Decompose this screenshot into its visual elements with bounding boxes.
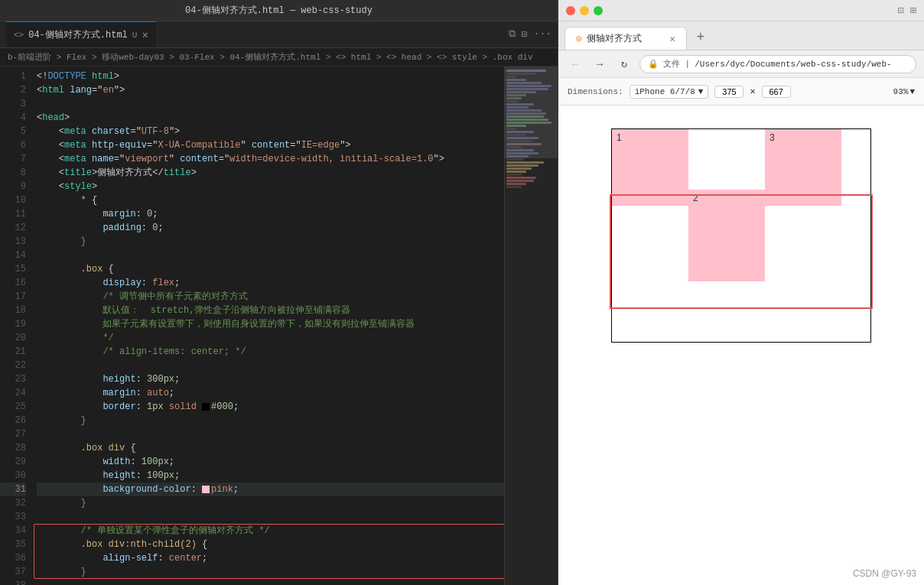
code-line-24: margin: auto; (37, 386, 504, 400)
code-line-11: margin: 0; (37, 207, 504, 221)
code-line-17: /* 调节侧中所有子元素的对齐方式 (37, 290, 504, 304)
code-line-25: border: 1px solid #000; (37, 400, 504, 414)
code-line-18: 默认值： stretch,弹性盒子沿侧轴方向被拉伸至铺满容器 (37, 304, 504, 317)
device-selector[interactable]: iPhone 6/7/8 ▼ (630, 85, 709, 99)
csdn-watermark: CSDN @GY-93 (853, 568, 916, 579)
minimize-button[interactable] (580, 6, 589, 15)
code-line-3 (37, 97, 504, 111)
code-line-4: <head> (37, 111, 504, 125)
code-line-26: } (37, 414, 504, 427)
browser-title-bar (558, 0, 924, 21)
minimap-viewport (505, 67, 558, 158)
code-line-9: <style> (37, 180, 504, 193)
code-line-7: <meta name="viewport" content="width=dev… (37, 152, 504, 166)
code-line-22 (37, 359, 504, 372)
browser-tab-bar: ⊙ 侧轴对齐方式 ✕ + (558, 21, 924, 50)
tab-close-button[interactable]: ✕ (142, 28, 148, 41)
new-tab-button[interactable]: + (690, 27, 711, 48)
code-line-19: 如果子元素有设置带下，则使用自身设置的带下，如果没有则拉伸至铺满容器 (37, 317, 504, 331)
code-area[interactable]: 12345 678910 1112131415 1617181920 21222… (0, 67, 558, 585)
tab-label: 04-侧轴对齐方式.html (28, 28, 128, 41)
dimension-separator: ✕ (750, 86, 755, 97)
code-line-12: padding: 0; (37, 221, 504, 235)
height-input[interactable] (762, 86, 791, 98)
flex-container: 1 2 3 (611, 128, 871, 343)
code-line-2: <html lang="en"> (37, 83, 504, 97)
device-name: iPhone 6/7/8 (635, 87, 695, 96)
code-line-38 (37, 579, 504, 585)
browser-panel: ⊙ 侧轴对齐方式 ✕ + ← → ↻ 🔒 文件 | /Users/dyc/Doc… (558, 0, 924, 585)
code-line-16: display: flex; (37, 276, 504, 290)
child-2-label: 2 (693, 193, 698, 203)
zoom-label: 93% (893, 87, 909, 96)
code-line-1: <!DOCTYPE html> (37, 70, 504, 83)
code-line-10: * { (37, 193, 504, 207)
child-3-label: 3 (769, 132, 775, 143)
line-numbers: 12345 678910 1112131415 1617181920 21222… (0, 67, 34, 585)
editor-title-bar: 04-侧轴对齐方式.html — web-css-study ⊡ ⊞ (0, 0, 558, 21)
code-line-33 (37, 510, 504, 524)
width-input[interactable] (714, 86, 743, 98)
window-icon-1[interactable]: ⊡ (897, 4, 903, 17)
code-line-32: } (37, 496, 504, 510)
code-line-37: } (37, 565, 504, 579)
breadcrumb-text: b-前端进阶 > Flex > 移动web-day03 > 03-Flex > … (8, 51, 533, 63)
maximize-button[interactable] (594, 6, 603, 15)
red-highlight-section: /* 单独设置某个弹性盒子的侧轴对齐方式 */ .box div:nth-chi… (37, 524, 504, 579)
code-line-31: background-color: pink; (37, 483, 504, 496)
split-editor-icon[interactable]: ⧉ (509, 28, 516, 41)
editor-title: 04-侧轴对齐方式.html — web-css-study (185, 4, 373, 17)
code-line-13: } (37, 235, 504, 249)
code-line-23: height: 300px; (37, 372, 504, 386)
flex-child-2: 2 (688, 190, 765, 281)
tab-toolbar: ⧉ ⊟ ··· (509, 28, 551, 41)
tab-icon: <> (14, 31, 24, 40)
lock-icon: 🔒 (648, 59, 659, 69)
more-icon[interactable]: ··· (534, 28, 551, 41)
browser-tab-favicon: ⊙ (576, 33, 582, 45)
zoom-dropdown-icon: ▼ (909, 87, 915, 96)
demo-container: 1 2 3 (611, 128, 871, 570)
editor-panel: 04-侧轴对齐方式.html — web-css-study ⊡ ⊞ <> 04… (0, 0, 558, 585)
device-toolbar: Dimensions: iPhone 6/7/8 ▼ ✕ 93% ▼ (558, 78, 924, 106)
code-line-28: .box div { (37, 441, 504, 455)
browser-tab[interactable]: ⊙ 侧轴对齐方式 ✕ (564, 27, 687, 50)
address-bar[interactable]: 🔒 文件 | /Users/dyc/Documents/web-css-stud… (639, 55, 916, 73)
flex-child-3: 3 (765, 129, 841, 206)
breadcrumb: b-前端进阶 > Flex > 移动web-day03 > 03-Flex > … (0, 48, 558, 67)
code-content[interactable]: <!DOCTYPE html> <html lang="en"> <head> … (34, 67, 504, 585)
active-tab[interactable]: <> 04-侧轴对齐方式.html U ✕ (6, 21, 156, 47)
browser-tab-close[interactable]: ✕ (669, 33, 675, 45)
code-line-8: <title>侧轴对齐方式</title> (37, 166, 504, 180)
refresh-button[interactable]: ↻ (615, 55, 633, 73)
file-label: 文件 | (663, 58, 690, 70)
code-line-27 (37, 427, 504, 441)
code-line-20: */ (37, 331, 504, 345)
zoom-selector[interactable]: 93% ▼ (893, 87, 915, 96)
code-line-35: .box div:nth-child(2) { (37, 538, 504, 551)
layout-icon[interactable]: ⊟ (522, 28, 528, 41)
browser-nav-bar: ← → ↻ 🔒 文件 | /Users/dyc/Documents/web-cs… (558, 50, 924, 78)
code-line-5: <meta charset="UTF-8"> (37, 125, 504, 138)
flex-child-1: 1 (612, 129, 688, 206)
forward-button[interactable]: → (591, 55, 609, 73)
child-1-label: 1 (617, 132, 622, 143)
code-line-14 (37, 249, 504, 262)
code-line-6: <meta http-equiv="X-UA-Compatible" conte… (37, 138, 504, 152)
code-line-21: /* align-items: center; */ (37, 345, 504, 359)
tab-modified: U (132, 31, 138, 40)
tab-bar: <> 04-侧轴对齐方式.html U ✕ ⧉ ⊟ ··· (0, 21, 558, 48)
code-content-wrapper: <!DOCTYPE html> <html lang="en"> <head> … (34, 67, 504, 585)
window-icon-2[interactable]: ⊞ (910, 4, 916, 17)
address-text: /Users/dyc/Documents/web-css-study/web- (695, 60, 891, 69)
code-line-15: .box { (37, 262, 504, 276)
code-line-29: width: 100px; (37, 455, 504, 469)
code-line-30: height: 100px; (37, 469, 504, 483)
back-button[interactable]: ← (566, 55, 584, 73)
code-line-36: align-self: center; (37, 551, 504, 565)
browser-tab-title: 侧轴对齐方式 (587, 32, 642, 45)
dimensions-label: Dimensions: (568, 87, 623, 96)
device-dropdown-icon: ▼ (698, 87, 704, 96)
close-button[interactable] (566, 6, 575, 15)
minimap (504, 67, 558, 585)
